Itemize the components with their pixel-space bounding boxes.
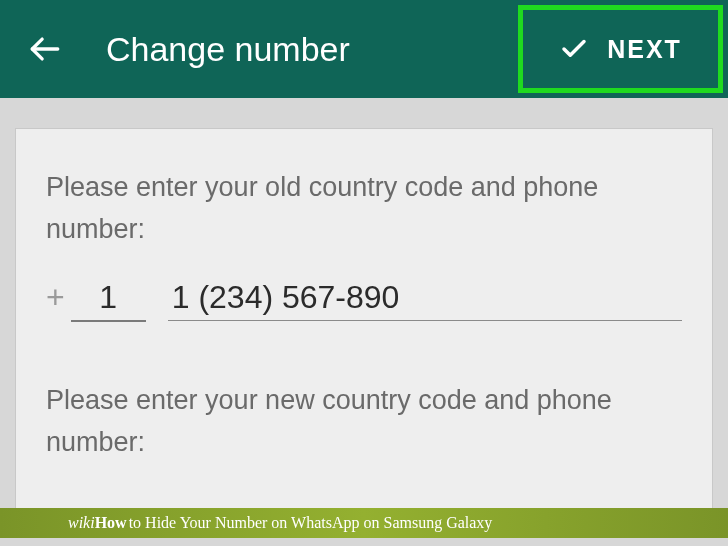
old-phone-row: + 1 1 (234) 567-890 [46,279,682,322]
app-header: Change number NEXT [0,0,728,98]
article-title: to Hide Your Number on WhatsApp on Samsu… [129,514,493,532]
plus-sign-icon: + [46,279,65,316]
check-icon [559,34,589,64]
banner-gradient: wikiHow to Hide Your Number on WhatsApp … [0,508,728,538]
old-country-code-input[interactable]: 1 [71,279,146,322]
back-button[interactable] [28,32,62,66]
old-phone-number-input[interactable]: 1 (234) 567-890 [168,279,682,321]
form-card: Please enter your old country code and p… [15,128,713,538]
page-title: Change number [106,30,350,69]
wikihow-banner: wikiHow to Hide Your Number on WhatsApp … [0,508,728,538]
next-button[interactable]: NEXT [518,5,723,93]
how-text: How [95,514,127,532]
back-arrow-icon [28,32,62,66]
wiki-text: wiki [68,514,95,532]
old-number-prompt: Please enter your old country code and p… [46,167,682,251]
next-label: NEXT [607,35,682,64]
new-number-prompt: Please enter your new country code and p… [46,380,682,464]
